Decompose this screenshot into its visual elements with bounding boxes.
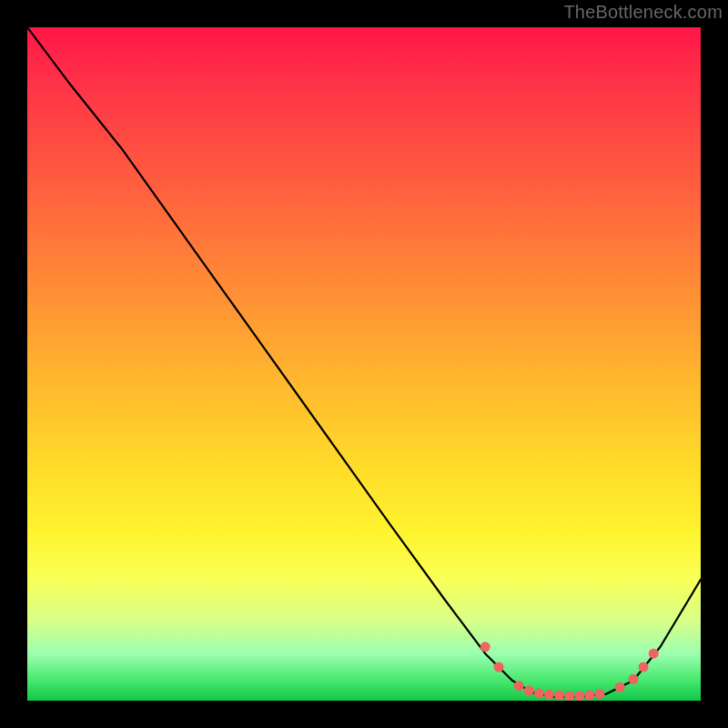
bottleneck-curve	[27, 27, 701, 701]
curve-marker	[584, 691, 594, 701]
curve-path	[27, 27, 701, 697]
chart-frame: TheBottleneck.com	[0, 0, 728, 728]
curve-marker	[534, 688, 544, 698]
curve-marker	[615, 682, 625, 693]
curve-marker	[564, 691, 574, 701]
watermark-label: TheBottleneck.com	[563, 2, 723, 23]
curve-marker	[514, 681, 524, 691]
curve-marker	[639, 662, 649, 672]
curve-marker	[595, 689, 605, 699]
curve-marker	[649, 649, 659, 659]
curve-marker	[480, 642, 490, 652]
curve-marker	[544, 690, 554, 700]
curve-marker	[629, 674, 639, 684]
curve-marker	[574, 691, 584, 701]
plot-area	[27, 27, 701, 701]
curve-marker	[494, 662, 504, 672]
curve-marker	[524, 685, 534, 695]
curve-marker	[554, 691, 564, 701]
